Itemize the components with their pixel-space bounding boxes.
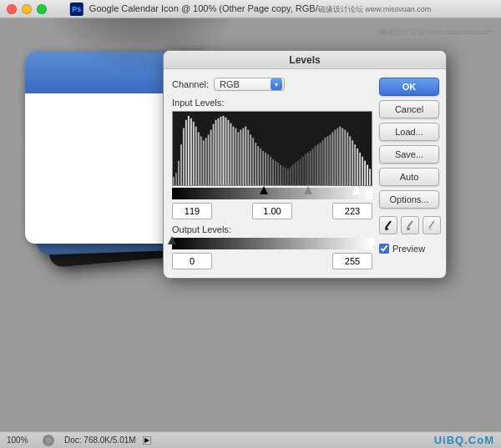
output-black-thumb[interactable]: [168, 236, 176, 244]
svg-rect-42: [277, 163, 279, 185]
channel-select-wrapper[interactable]: RGB Red Green Blue ▾: [214, 78, 285, 91]
svg-rect-69: [344, 130, 346, 185]
svg-rect-10: [198, 132, 200, 185]
svg-rect-53: [305, 154, 306, 185]
svg-rect-85: [428, 228, 432, 230]
window-title: Ps Google Calendar Icon @ 100% (Other Pa…: [70, 3, 431, 16]
svg-rect-61: [324, 138, 326, 185]
svg-rect-72: [352, 140, 353, 185]
input-white-thumb[interactable]: [352, 186, 361, 194]
dialog-title: Levels: [289, 54, 320, 66]
input-mid-thumb[interactable]: [304, 186, 312, 194]
svg-rect-77: [364, 161, 366, 185]
svg-rect-12: [203, 140, 205, 185]
preview-checkbox[interactable]: [379, 244, 389, 254]
zoom-level: 100%: [7, 435, 36, 445]
svg-rect-19: [220, 117, 222, 185]
levels-dialog: Levels Channel: RGB Red Green Blue ▾: [163, 50, 447, 279]
svg-rect-59: [320, 143, 321, 185]
svg-rect-11: [200, 136, 202, 185]
status-bar: 100% Doc: 768.0K/5.01M ▶ UiBQ.CoM: [0, 431, 501, 448]
input-white-value[interactable]: [332, 203, 372, 219]
svg-rect-29: [245, 127, 246, 185]
svg-rect-43: [280, 165, 281, 185]
ok-button[interactable]: OK: [379, 78, 439, 96]
svg-rect-47: [290, 167, 291, 185]
svg-rect-81: [385, 228, 388, 230]
svg-rect-78: [367, 165, 368, 185]
svg-rect-7: [190, 118, 192, 185]
svg-rect-35: [260, 148, 261, 185]
black-eyedropper[interactable]: [379, 216, 397, 234]
white-eyedropper[interactable]: [423, 216, 441, 234]
svg-rect-58: [317, 144, 319, 185]
output-slider[interactable]: [172, 238, 372, 249]
gray-eyedropper-icon: [404, 219, 416, 231]
arrow-button[interactable]: ▶: [143, 436, 151, 445]
input-slider[interactable]: [172, 188, 372, 199]
maximize-button[interactable]: [37, 4, 47, 14]
dialog-title-bar: Levels: [164, 51, 446, 69]
preview-label: Preview: [392, 244, 425, 254]
svg-rect-17: [215, 120, 217, 185]
input-levels-label: Input Levels:: [172, 98, 372, 108]
histogram-svg: [173, 112, 372, 185]
svg-rect-24: [232, 127, 234, 185]
doc-info: Doc: 768.0K/5.01M: [64, 435, 136, 445]
ps-icon: Ps: [70, 3, 84, 16]
output-white-value[interactable]: [332, 253, 372, 269]
black-eyedropper-icon: [382, 219, 394, 231]
dialog-right: OK Cancel Load... Save... Auto Options..…: [379, 78, 441, 269]
svg-rect-16: [213, 124, 215, 185]
output-values-row: [172, 253, 372, 269]
load-button[interactable]: Load...: [379, 123, 439, 141]
svg-point-86: [45, 437, 52, 444]
close-button[interactable]: [7, 4, 17, 14]
options-button[interactable]: Options...: [379, 190, 439, 209]
output-black-value[interactable]: [172, 253, 212, 269]
auto-button[interactable]: Auto: [379, 168, 439, 186]
svg-rect-71: [349, 136, 351, 185]
svg-rect-40: [272, 159, 274, 185]
watermark: UiBQ.CoM: [434, 434, 494, 446]
input-black-value[interactable]: [172, 203, 212, 219]
svg-rect-41: [275, 161, 276, 185]
gray-eyedropper[interactable]: [401, 216, 419, 234]
cancel-button[interactable]: Cancel: [379, 100, 439, 118]
svg-rect-15: [210, 130, 212, 185]
window-controls: [7, 4, 47, 14]
channel-row: Channel: RGB Red Green Blue ▾: [172, 78, 372, 91]
svg-rect-54: [307, 153, 309, 185]
minimize-button[interactable]: [22, 4, 32, 14]
eyedropper-row: [379, 216, 441, 234]
input-black-thumb[interactable]: [260, 186, 268, 194]
preview-row: Preview: [379, 244, 441, 254]
svg-rect-57: [315, 146, 316, 185]
svg-rect-5: [185, 120, 187, 185]
svg-rect-20: [223, 116, 225, 185]
svg-rect-70: [347, 132, 348, 185]
svg-rect-31: [250, 134, 251, 185]
svg-rect-68: [342, 128, 343, 185]
svg-rect-30: [247, 130, 249, 185]
output-section: Output Levels:: [172, 224, 372, 269]
svg-rect-3: [180, 144, 182, 185]
output-white-thumb[interactable]: [368, 236, 377, 244]
svg-rect-8: [193, 122, 195, 185]
svg-rect-64: [331, 132, 333, 185]
svg-rect-67: [339, 127, 341, 185]
histogram-box: [172, 111, 372, 186]
title-text: Google Calendar Icon @ 100% (Other Page …: [89, 3, 318, 13]
svg-rect-28: [242, 128, 244, 185]
input-mid-value[interactable]: [252, 203, 292, 219]
channel-select[interactable]: RGB Red Green Blue: [214, 78, 285, 91]
svg-rect-0: [173, 177, 175, 185]
svg-rect-74: [357, 148, 358, 185]
svg-rect-27: [240, 130, 241, 185]
svg-rect-32: [252, 138, 254, 185]
save-button[interactable]: Save...: [379, 145, 439, 164]
svg-rect-14: [208, 134, 210, 185]
svg-rect-49: [295, 163, 296, 185]
white-eyedropper-icon: [426, 219, 438, 231]
svg-rect-83: [407, 228, 410, 230]
